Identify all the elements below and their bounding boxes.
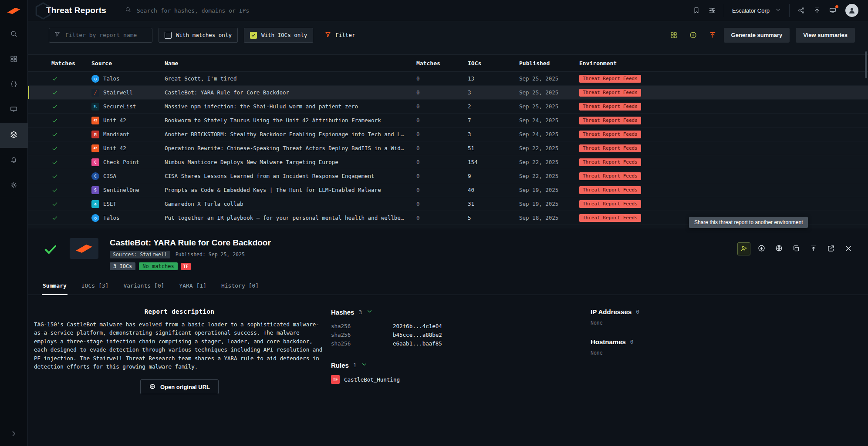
row-matches: 0 (416, 201, 468, 207)
report-name[interactable]: Bookworm to Stately Taurus Using the Uni… (165, 117, 416, 124)
row-environment: Threat Report Feeds (579, 144, 868, 152)
row-matches: 0 (416, 117, 468, 124)
table-row[interactable]: S SentinelOne Prompts as Code & Embedded… (28, 183, 868, 197)
global-search-input[interactable] (136, 7, 351, 14)
share-environment-button[interactable] (737, 242, 750, 255)
match-check-icon (51, 159, 91, 166)
report-name[interactable]: Massive npm infection: the Shai-Hulud wo… (165, 103, 416, 110)
topbar: Threat Reports Escalator Corp (28, 0, 868, 21)
tab-variants[interactable]: Variants [0] (122, 278, 165, 295)
report-sources: Sources: Stairwell (110, 251, 170, 258)
stairwell-logo[interactable] (0, 0, 28, 22)
nav-settings[interactable] (0, 173, 28, 198)
sliders-icon[interactable] (708, 7, 716, 14)
table-row[interactable]: M Mandiant Another BRICKSTORM: Stealthy … (28, 127, 868, 141)
table-row[interactable]: e ESET Gamaredon X Turla collab 0 31 Sep… (28, 197, 868, 211)
table-row[interactable]: 42 Unit 42 Bookworm to Stately Taurus Us… (28, 114, 868, 127)
environment-badge: Threat Report Feeds (579, 103, 641, 111)
report-name[interactable]: Operation Rewrite: Chinese-Speaking Thre… (165, 145, 416, 151)
sentinelone-logo: S (91, 186, 99, 194)
chevron-down-icon[interactable] (361, 361, 368, 369)
table-body: ○ Talos Great Scott, I'm tired 0 13 Sep … (28, 72, 868, 225)
report-name[interactable]: Nimbus Manticore Deploys New Malware Tar… (165, 159, 416, 165)
nav-dashboard[interactable] (0, 47, 28, 72)
display-icon[interactable] (829, 7, 837, 14)
sidebar-expand-button[interactable] (10, 430, 17, 439)
columns-grid-icon[interactable] (670, 31, 678, 39)
share-nodes-icon[interactable] (797, 7, 805, 14)
table-row[interactable]: C CISA CISA Shares Lessons Learned from … (28, 169, 868, 183)
report-name-filter[interactable] (49, 28, 152, 43)
environment-badge: Threat Report Feeds (579, 186, 641, 194)
stairwell-report-logo (70, 238, 98, 259)
iocs-count-badge: 3 IOCs (110, 262, 135, 270)
add-report-icon[interactable] (689, 31, 697, 39)
row-environment: Threat Report Feeds (579, 89, 868, 97)
ip-addresses-label: IP Addresses (591, 308, 632, 315)
table-row[interactable]: ○ Talos Great Scott, I'm tired 0 13 Sep … (28, 72, 868, 86)
upload-icon[interactable] (813, 7, 821, 14)
table-row[interactable]: C Check Point Nimbus Manticore Deploys N… (28, 155, 868, 169)
chevron-down-icon[interactable] (366, 308, 373, 316)
row-environment: Threat Report Feeds (579, 117, 868, 124)
report-name[interactable]: CastleBot: YARA Rule for Core Backdoor (165, 89, 416, 96)
row-published: Sep 22, 2025 (519, 145, 579, 151)
open-external-button[interactable] (824, 242, 838, 255)
ip-addresses-count: 0 (636, 309, 639, 315)
tab-iocs[interactable]: IOCs [3] (81, 278, 110, 295)
report-name[interactable]: Put together an IR playbook — for your p… (165, 215, 416, 221)
table-row[interactable]: SL SecureList Massive npm infection: the… (28, 100, 868, 114)
rules-header[interactable]: Rules 1 (331, 361, 591, 369)
report-name[interactable]: CISA Shares Lessons Learned from an Inci… (165, 173, 416, 179)
detail-actions (737, 242, 855, 255)
table-row[interactable]: ╱ Stairwell CastleBot: YARA Rule for Cor… (28, 86, 868, 100)
search-icon (125, 6, 132, 15)
avatar[interactable] (845, 4, 858, 17)
gear-icon (10, 181, 18, 191)
row-published: Sep 24, 2025 (519, 131, 579, 137)
tab-history[interactable]: History [0] (220, 278, 260, 295)
tab-yara[interactable]: YARA [1] (178, 278, 207, 295)
add-to-collection-button[interactable] (755, 242, 768, 255)
row-environment: Threat Report Feeds (579, 200, 868, 208)
report-name-filter-input[interactable] (64, 31, 147, 39)
open-original-url-label: Open original URL (160, 384, 210, 390)
cisa-logo: C (91, 172, 99, 180)
open-original-url-button[interactable]: Open original URL (140, 379, 219, 394)
upload-report-icon[interactable] (709, 31, 717, 39)
org-select[interactable]: Escalator Corp (724, 4, 790, 17)
original-url-button[interactable] (772, 242, 785, 255)
view-summaries-button[interactable]: View summaries (796, 28, 855, 43)
generate-summary-button[interactable]: Generate summary (724, 28, 790, 43)
report-name[interactable]: Prompts as Code & Embedded Keys | The Hu… (165, 187, 416, 193)
scrollbar-thumb[interactable] (865, 51, 867, 78)
with-matches-label: With matches only (176, 32, 232, 38)
filter-button[interactable]: Filter (324, 31, 355, 39)
row-source: 42 Unit 42 (91, 144, 165, 152)
rules-label: Rules (331, 362, 349, 369)
bookmark-icon[interactable] (692, 7, 700, 14)
export-button[interactable] (807, 242, 820, 255)
nav-rules[interactable] (0, 72, 28, 97)
report-title: CastleBot: YARA Rule for Core Backdoor (110, 238, 271, 248)
with-iocs-only-checkbox[interactable]: With IOCs only (244, 28, 313, 43)
copy-icon (792, 245, 800, 254)
nav-assets[interactable] (0, 97, 28, 123)
report-name[interactable]: Great Scott, I'm tired (165, 75, 416, 82)
copy-button[interactable] (790, 242, 803, 255)
with-iocs-label: With IOCs only (261, 32, 307, 38)
report-name[interactable]: Another BRICKSTORM: Stealthy Backdoor En… (165, 131, 416, 137)
nav-search[interactable] (0, 22, 28, 47)
nav-notifications[interactable] (0, 148, 28, 173)
nav-threat-reports[interactable] (0, 123, 28, 148)
unit42-logo: 42 (91, 144, 99, 152)
person-plus-icon (740, 245, 748, 254)
hashes-header[interactable]: Hashes 3 (331, 308, 591, 316)
tab-summary[interactable]: Summary (42, 278, 68, 295)
global-search[interactable] (125, 6, 351, 15)
table-row[interactable]: 42 Unit 42 Operation Rewrite: Chinese-Sp… (28, 141, 868, 155)
rule-row[interactable]: TFCastleBot_Hunting (331, 375, 591, 384)
with-matches-only-checkbox[interactable]: With matches only (159, 28, 238, 43)
close-detail-button[interactable] (842, 242, 855, 255)
report-name[interactable]: Gamaredon X Turla collab (165, 201, 416, 207)
